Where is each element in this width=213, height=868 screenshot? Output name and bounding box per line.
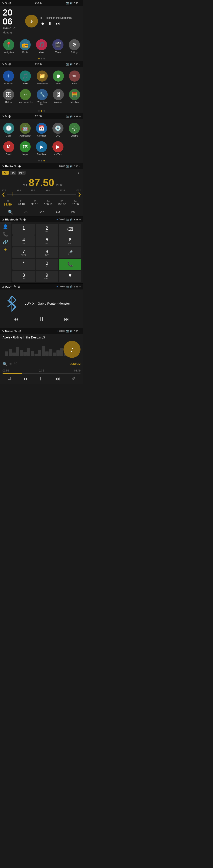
app-wheelkey[interactable]: 🔧 Wheelkey Stu... [34,87,50,107]
app-playstore[interactable]: ▶ Play Store [34,140,49,157]
radio-minimize-icon[interactable]: ⊟ [73,165,75,167]
home-icon-3[interactable]: ⌂ [2,114,4,118]
prev-button[interactable]: ⏮ [40,21,45,26]
a2dp-back-icon[interactable]: ← [79,285,81,288]
back-icon-2[interactable]: ← [79,63,81,65]
music-repeat-btn[interactable]: ↺ [72,376,75,381]
camera-icon-2[interactable]: 📷 [66,63,69,66]
preset-1[interactable]: P1 87.50 [1,199,14,207]
app-filebrowser[interactable]: 📁 FileBrowser [34,69,50,87]
app-dvr[interactable]: ⏺ DVR [51,69,66,87]
music-heart-btn[interactable]: ♡ [14,362,17,366]
dial-key-star[interactable]: * [12,259,35,270]
preset-6[interactable]: P6 87.50 [69,199,82,207]
bt-volume-icon[interactable]: 🔊 [70,218,73,221]
dial-key-4[interactable]: 4 GHI [12,236,35,246]
back-icon[interactable]: ← [79,2,81,4]
music-home-icon[interactable]: ⌂ [2,329,4,333]
edit-icon-2[interactable]: ✎ [5,62,7,66]
app-gallery[interactable]: 🖼 Gallery [1,87,16,107]
minimize-icon-3[interactable]: ⊟ [73,115,75,118]
a2dp-camera-icon[interactable]: 📷 [66,285,69,288]
app-a2dp[interactable]: 🎵 A2DP [17,69,34,87]
app-easyconnect[interactable]: ↔ EasyConnecti... [17,87,34,107]
a2dp-volume-icon[interactable]: 🔊 [70,285,73,288]
dial-key-0[interactable]: 0 + [36,259,58,270]
app-amplifier[interactable]: 🎛 Amplifier [51,87,66,107]
music-play-btn[interactable]: ⏸ [39,376,44,382]
app-settings[interactable]: ⚙ Settings [67,37,82,55]
a2dp-prev-btn[interactable]: ⏮ [13,316,19,322]
back-icon-3[interactable]: ← [79,115,81,118]
minimize-icon[interactable]: ⊟ [73,2,75,4]
radio-am-btn[interactable]: AM [56,211,60,214]
preset-3[interactable]: P3 98.10 [28,199,41,207]
app-apkinstaller[interactable]: 🤖 ApkInstaller [17,121,33,139]
music-album-circle[interactable]: ♪ [63,341,81,358]
dial-key-hash[interactable]: # [59,271,81,282]
preset-4[interactable]: P4 106.10 [42,199,55,207]
radio-pty-btn[interactable]: PTY [18,171,26,175]
radio-loc-btn[interactable]: LOC [39,211,44,214]
bt-camera-icon[interactable]: 📷 [66,218,69,221]
a2dp-home-icon[interactable]: ⌂ [2,285,4,288]
app-maps[interactable]: 🗺 Maps [17,140,33,157]
bt-minimize-icon[interactable]: ⊟ [73,218,75,221]
radio-fm-btn[interactable]: FM [71,211,75,214]
expand-icon-3[interactable]: ⊞ [76,115,78,118]
camera-icon-3[interactable]: 📷 [66,115,69,118]
bt-back-icon[interactable]: ← [79,218,81,221]
bt-sidebar-phone-icon[interactable]: 📞 [3,232,8,237]
dial-key-6[interactable]: 6 MNO [59,236,81,246]
dial-key-9[interactable]: 9 WXYZ [36,271,58,282]
radio-expand-icon[interactable]: ⊞ [76,165,78,167]
app-gmail[interactable]: M Gmail [1,140,17,157]
volume-icon-3[interactable]: 🔊 [70,115,73,118]
music-expand-icon[interactable]: ⊞ [76,330,78,333]
preset-5[interactable]: P5 108.00 [55,199,68,207]
expand-icon-2[interactable]: ⊞ [76,63,78,66]
music-edit-icon[interactable]: ✎ [14,329,17,333]
app-video[interactable]: 🎬 Video [50,37,66,55]
minimize-icon-2[interactable]: ⊟ [73,63,75,66]
radio-next-btn[interactable]: ❯ [78,192,81,197]
app-radio[interactable]: 📻 Radio [17,37,33,55]
radio-home-icon[interactable]: ⌂ [2,164,4,168]
music-next-btn[interactable]: ⏭ [55,376,60,382]
home-icon[interactable]: ⌂ [2,1,4,5]
edit-icon-3[interactable]: ✎ [5,114,7,118]
radio-edit-icon[interactable]: ✎ [14,164,17,168]
a2dp-next-btn[interactable]: ⏭ [64,316,70,322]
dial-backspace[interactable]: ⌫ [59,224,81,235]
music-shuffle-btn[interactable]: ⇄ [8,376,11,381]
radio-loop-icon[interactable]: ∞ [25,210,28,215]
app-bluetooth[interactable]: ✦ Bluetooth [1,69,16,87]
dial-key-3[interactable]: 3 DEF [12,271,35,282]
bt-expand-icon[interactable]: ⊞ [76,218,78,221]
dial-mic[interactable]: 🎤 [59,247,81,258]
bt-home-icon[interactable]: ⌂ [2,217,4,221]
radio-back-icon[interactable]: ← [79,165,81,167]
music-prev-btn[interactable]: ⏮ [23,376,28,382]
bt-edit-icon[interactable]: ✎ [19,217,22,221]
radio-search-icon[interactable]: 🔍 [8,210,13,215]
dial-key-5[interactable]: 5 JKL [36,236,58,246]
radio-af-btn[interactable]: AF [2,171,9,175]
bt-sidebar-link-icon[interactable]: 🔗 [3,240,8,245]
dial-key-2[interactable]: 2 ABC [36,224,58,235]
play-pause-button[interactable]: ⏸ [48,21,52,26]
a2dp-minimize-icon[interactable]: ⊟ [73,285,75,288]
radio-volume-icon[interactable]: 🔊 [70,165,73,167]
a2dp-edit-icon[interactable]: ✎ [13,285,17,289]
next-button[interactable]: ⏭ [56,21,60,26]
edit-icon[interactable]: ✎ [5,1,7,5]
expand-icon[interactable]: ⊞ [76,2,78,4]
a2dp-play-btn[interactable]: ⏸ [39,316,44,322]
music-custom-label[interactable]: CUSTOM [69,363,81,366]
camera-icon[interactable]: 📷 [66,2,69,4]
radio-ta-btn[interactable]: TA [10,171,17,175]
dial-key-8[interactable]: 8 TUV [36,247,58,258]
bt-sidebar-contacts-icon[interactable]: 👤 [3,224,8,229]
app-calculator[interactable]: 🧮 Calculator [67,87,82,107]
music-back-icon[interactable]: ← [79,330,81,332]
